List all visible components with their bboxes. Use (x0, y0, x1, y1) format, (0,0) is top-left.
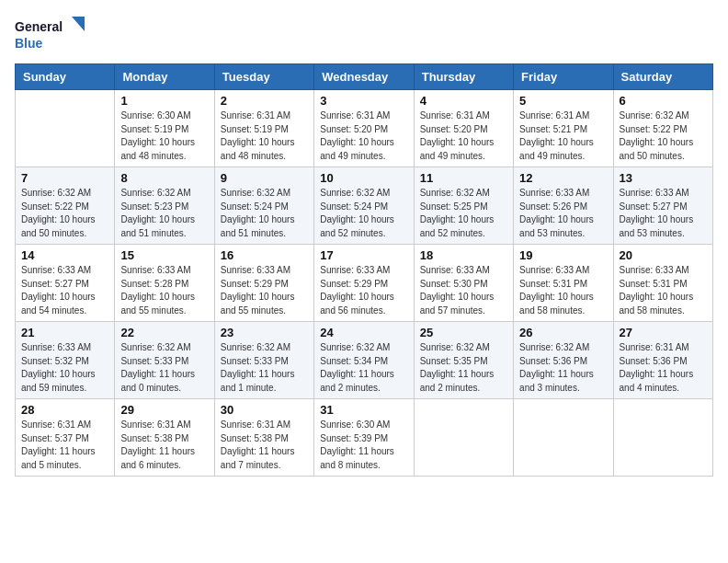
cell-content: Sunrise: 6:31 AM Sunset: 5:21 PM Dayligh… (519, 109, 607, 163)
calendar-cell: 27Sunrise: 6:31 AM Sunset: 5:36 PM Dayli… (613, 322, 712, 399)
weekday-header-friday: Friday (514, 64, 613, 90)
cell-content: Sunrise: 6:33 AM Sunset: 5:31 PM Dayligh… (620, 264, 707, 317)
day-number: 26 (519, 326, 607, 339)
cell-content: Sunrise: 6:32 AM Sunset: 5:35 PM Dayligh… (420, 341, 507, 395)
logo-icon: General Blue (15, 15, 88, 56)
cell-content: Sunrise: 6:31 AM Sunset: 5:38 PM Dayligh… (120, 419, 208, 472)
cell-content: Sunrise: 6:33 AM Sunset: 5:29 PM Dayligh… (221, 264, 308, 317)
cell-content: Sunrise: 6:31 AM Sunset: 5:19 PM Dayligh… (221, 109, 308, 163)
cell-content: Sunrise: 6:33 AM Sunset: 5:31 PM Dayligh… (519, 264, 607, 317)
calendar-cell: 15Sunrise: 6:33 AM Sunset: 5:28 PM Dayli… (115, 245, 214, 322)
calendar-cell: 14Sunrise: 6:33 AM Sunset: 5:27 PM Dayli… (16, 245, 115, 322)
calendar-cell (613, 399, 712, 477)
cell-content: Sunrise: 6:33 AM Sunset: 5:28 PM Dayligh… (120, 264, 208, 317)
cell-content: Sunrise: 6:32 AM Sunset: 5:34 PM Dayligh… (320, 341, 407, 395)
cell-content: Sunrise: 6:32 AM Sunset: 5:24 PM Dayligh… (320, 187, 407, 240)
cell-content: Sunrise: 6:31 AM Sunset: 5:38 PM Dayligh… (221, 419, 308, 472)
calendar-cell: 11Sunrise: 6:32 AM Sunset: 5:25 PM Dayli… (414, 167, 513, 245)
day-number: 28 (21, 403, 108, 417)
cell-content: Sunrise: 6:32 AM Sunset: 5:22 PM Dayligh… (21, 187, 108, 240)
calendar-cell: 20Sunrise: 6:33 AM Sunset: 5:31 PM Dayli… (613, 245, 712, 322)
calendar-cell: 30Sunrise: 6:31 AM Sunset: 5:38 PM Dayli… (214, 399, 313, 477)
cell-content: Sunrise: 6:33 AM Sunset: 5:30 PM Dayligh… (420, 264, 507, 317)
calendar-cell: 13Sunrise: 6:33 AM Sunset: 5:27 PM Dayli… (613, 167, 712, 245)
day-number: 13 (620, 171, 707, 185)
day-number: 31 (320, 403, 407, 417)
calendar-cell: 18Sunrise: 6:33 AM Sunset: 5:30 PM Dayli… (414, 245, 513, 322)
week-row-2: 7Sunrise: 6:32 AM Sunset: 5:22 PM Daylig… (16, 167, 713, 245)
calendar-table: SundayMondayTuesdayWednesdayThursdayFrid… (15, 63, 713, 477)
calendar-cell: 23Sunrise: 6:32 AM Sunset: 5:33 PM Dayli… (214, 322, 313, 399)
cell-content: Sunrise: 6:30 AM Sunset: 5:19 PM Dayligh… (120, 109, 208, 163)
cell-content: Sunrise: 6:33 AM Sunset: 5:27 PM Dayligh… (620, 187, 707, 240)
day-number: 4 (420, 94, 507, 108)
cell-content: Sunrise: 6:31 AM Sunset: 5:20 PM Dayligh… (320, 109, 407, 163)
day-number: 5 (519, 94, 607, 108)
cell-content: Sunrise: 6:30 AM Sunset: 5:39 PM Dayligh… (320, 419, 407, 472)
weekday-header-monday: Monday (115, 64, 214, 90)
day-number: 19 (519, 248, 607, 262)
day-number: 17 (320, 248, 407, 262)
calendar-cell (16, 90, 115, 167)
day-number: 2 (221, 94, 308, 108)
day-number: 7 (21, 171, 108, 185)
day-number: 14 (21, 248, 108, 262)
cell-content: Sunrise: 6:33 AM Sunset: 5:32 PM Dayligh… (21, 341, 108, 395)
day-number: 8 (120, 171, 208, 185)
cell-content: Sunrise: 6:33 AM Sunset: 5:26 PM Dayligh… (519, 187, 607, 240)
logo: General Blue (15, 15, 88, 56)
week-row-4: 21Sunrise: 6:33 AM Sunset: 5:32 PM Dayli… (16, 322, 713, 399)
cell-content: Sunrise: 6:32 AM Sunset: 5:22 PM Dayligh… (620, 109, 707, 163)
cell-content: Sunrise: 6:33 AM Sunset: 5:27 PM Dayligh… (21, 264, 108, 317)
day-number: 27 (620, 326, 707, 339)
svg-text:Blue: Blue (15, 36, 43, 51)
day-number: 24 (320, 326, 407, 339)
calendar-cell: 29Sunrise: 6:31 AM Sunset: 5:38 PM Dayli… (115, 399, 214, 477)
calendar-cell: 17Sunrise: 6:33 AM Sunset: 5:29 PM Dayli… (314, 245, 414, 322)
day-number: 20 (620, 248, 707, 262)
day-number: 23 (221, 326, 308, 339)
calendar-cell: 12Sunrise: 6:33 AM Sunset: 5:26 PM Dayli… (514, 167, 613, 245)
weekday-header-thursday: Thursday (414, 64, 513, 90)
calendar-cell: 3Sunrise: 6:31 AM Sunset: 5:20 PM Daylig… (314, 90, 414, 167)
day-number: 9 (221, 171, 308, 185)
cell-content: Sunrise: 6:32 AM Sunset: 5:36 PM Dayligh… (519, 341, 607, 395)
calendar-cell (514, 399, 613, 477)
calendar-cell: 2Sunrise: 6:31 AM Sunset: 5:19 PM Daylig… (214, 90, 313, 167)
day-number: 25 (420, 326, 507, 339)
cell-content: Sunrise: 6:31 AM Sunset: 5:36 PM Dayligh… (620, 341, 707, 395)
calendar-cell: 5Sunrise: 6:31 AM Sunset: 5:21 PM Daylig… (514, 90, 613, 167)
cell-content: Sunrise: 6:32 AM Sunset: 5:25 PM Dayligh… (420, 187, 507, 240)
svg-text:General: General (15, 19, 63, 34)
calendar-cell: 22Sunrise: 6:32 AM Sunset: 5:33 PM Dayli… (115, 322, 214, 399)
weekday-header-row: SundayMondayTuesdayWednesdayThursdayFrid… (16, 64, 713, 90)
day-number: 12 (519, 171, 607, 185)
cell-content: Sunrise: 6:33 AM Sunset: 5:29 PM Dayligh… (320, 264, 407, 317)
weekday-header-sunday: Sunday (16, 64, 115, 90)
week-row-5: 28Sunrise: 6:31 AM Sunset: 5:37 PM Dayli… (16, 399, 713, 477)
weekday-header-wednesday: Wednesday (314, 64, 414, 90)
day-number: 29 (120, 403, 208, 417)
day-number: 15 (120, 248, 208, 262)
cell-content: Sunrise: 6:31 AM Sunset: 5:20 PM Dayligh… (420, 109, 507, 163)
calendar-cell: 6Sunrise: 6:32 AM Sunset: 5:22 PM Daylig… (613, 90, 712, 167)
day-number: 10 (320, 171, 407, 185)
week-row-3: 14Sunrise: 6:33 AM Sunset: 5:27 PM Dayli… (16, 245, 713, 322)
calendar-cell: 1Sunrise: 6:30 AM Sunset: 5:19 PM Daylig… (115, 90, 214, 167)
calendar-cell: 25Sunrise: 6:32 AM Sunset: 5:35 PM Dayli… (414, 322, 513, 399)
calendar-cell: 28Sunrise: 6:31 AM Sunset: 5:37 PM Dayli… (16, 399, 115, 477)
calendar-cell: 9Sunrise: 6:32 AM Sunset: 5:24 PM Daylig… (214, 167, 313, 245)
day-number: 30 (221, 403, 308, 417)
calendar-cell: 7Sunrise: 6:32 AM Sunset: 5:22 PM Daylig… (16, 167, 115, 245)
day-number: 22 (120, 326, 208, 339)
day-number: 11 (420, 171, 507, 185)
calendar-cell: 19Sunrise: 6:33 AM Sunset: 5:31 PM Dayli… (514, 245, 613, 322)
calendar-cell (414, 399, 513, 477)
cell-content: Sunrise: 6:32 AM Sunset: 5:23 PM Dayligh… (120, 187, 208, 240)
day-number: 1 (120, 94, 208, 108)
day-number: 18 (420, 248, 507, 262)
weekday-header-tuesday: Tuesday (214, 64, 313, 90)
calendar-cell: 24Sunrise: 6:32 AM Sunset: 5:34 PM Dayli… (314, 322, 414, 399)
calendar-cell: 26Sunrise: 6:32 AM Sunset: 5:36 PM Dayli… (514, 322, 613, 399)
calendar-cell: 21Sunrise: 6:33 AM Sunset: 5:32 PM Dayli… (16, 322, 115, 399)
